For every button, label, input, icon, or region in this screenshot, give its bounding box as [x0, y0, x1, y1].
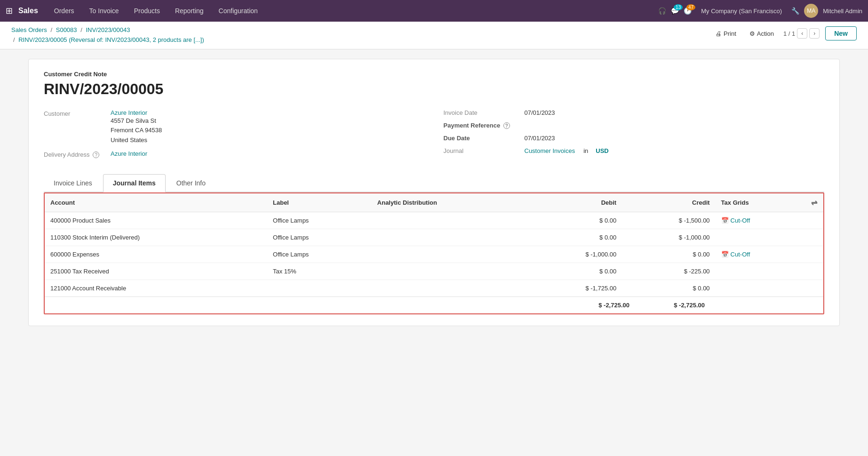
table-row[interactable]: 121000 Account Receivable $ -1,725.00 $ … [45, 280, 823, 297]
col-account: Account [45, 193, 267, 212]
journal-table: Account Label Analytic Distribution Debi… [45, 193, 823, 296]
cell-credit: $ -1,500.00 [622, 212, 715, 229]
cell-credit: $ -225.00 [622, 263, 715, 280]
journal-in: in [583, 147, 588, 154]
col-credit: Credit [622, 193, 715, 212]
cell-actions [804, 229, 823, 246]
column-settings-icon[interactable]: ⇌ [811, 199, 817, 207]
cell-debit: $ -1,725.00 [529, 280, 622, 297]
form-right: Invoice Date 07/01/2023 Payment Referenc… [444, 109, 825, 163]
gear-icon: ⚙ [749, 30, 755, 37]
cell-tax-grids: 📅 Cut-Off [716, 246, 804, 263]
sep3: / [13, 36, 16, 43]
tab-invoice-lines[interactable]: Invoice Lines [44, 174, 102, 192]
doc-title: RINV/2023/00005 [44, 80, 824, 98]
company-name[interactable]: My Company (San Francisco) [701, 8, 782, 15]
print-button[interactable]: 🖨 Print [712, 28, 740, 39]
cell-credit: $ 0.00 [622, 246, 715, 263]
col-label: Label [267, 193, 372, 212]
customer-name[interactable]: Azure Interior [111, 109, 162, 116]
main-content: Customer Credit Note RINV/2023/00005 Cus… [0, 49, 868, 456]
cell-analytic [372, 212, 529, 229]
nav-orders[interactable]: Orders [48, 4, 81, 17]
cell-debit: $ 0.00 [529, 229, 622, 246]
cell-actions [804, 246, 823, 263]
cell-credit: $ 0.00 [622, 280, 715, 297]
cell-debit: $ 0.00 [529, 212, 622, 229]
breadcrumb-bar: Sales Orders / S00083 / INV/2023/00043 /… [0, 22, 868, 49]
cell-label: Office Lamps [267, 212, 372, 229]
sep1: / [51, 26, 54, 33]
next-page-button[interactable]: › [809, 28, 820, 39]
journal-label: Journal [444, 147, 519, 154]
calendar-icon: 📅 [721, 251, 729, 258]
activity-button[interactable]: 🕐 47 [684, 7, 692, 15]
breadcrumb-current: / RINV/2023/00005 (Reversal of: INV/2023… [11, 35, 712, 45]
cell-account: 251000 Tax Received [45, 263, 267, 280]
action-button[interactable]: ⚙ Action [746, 28, 778, 39]
top-nav: ⊞ Sales Orders To Invoice Products Repor… [0, 0, 868, 22]
breadcrumb-inv[interactable]: INV/2023/00043 [86, 26, 130, 33]
cell-label: Office Lamps [267, 229, 372, 246]
chat-button[interactable]: 💬 13 [671, 7, 679, 15]
journal-value[interactable]: Customer Invoices [525, 147, 575, 154]
cell-tax-grids: 📅 Cut-Off [716, 212, 804, 229]
due-date-value: 07/01/2023 [525, 135, 555, 142]
cut-off-button[interactable]: 📅 Cut-Off [721, 251, 750, 258]
delivery-address-row: Delivery Address ? Azure Interior [44, 150, 425, 159]
user-name[interactable]: Mitchell Admin [823, 8, 862, 15]
app-name[interactable]: Sales [18, 7, 38, 15]
document-card: Customer Credit Note RINV/2023/00005 Cus… [28, 59, 840, 327]
table-header-row: Account Label Analytic Distribution Debi… [45, 193, 823, 212]
col-tax-grids: Tax Grids [716, 193, 804, 212]
new-button[interactable]: New [825, 26, 857, 40]
nav-products[interactable]: Products [127, 4, 167, 17]
delivery-help-icon: ? [93, 152, 99, 158]
tab-other-info[interactable]: Other Info [167, 174, 215, 192]
wrench-icon[interactable]: 🔧 [791, 7, 799, 15]
cell-actions [804, 212, 823, 229]
col-analytic: Analytic Distribution [372, 193, 529, 212]
breadcrumb-s00083[interactable]: S00083 [56, 26, 77, 33]
table-row[interactable]: 251000 Tax Received Tax 15% $ 0.00 $ -22… [45, 263, 823, 280]
invoice-date-value: 07/01/2023 [525, 109, 555, 116]
page-nav: 1 / 1 ‹ › [783, 28, 820, 39]
cell-tax-grids [716, 263, 804, 280]
cell-actions [804, 280, 823, 297]
breadcrumb-actions: 🖨 Print ⚙ Action 1 / 1 ‹ › New [712, 26, 857, 40]
cell-account: 600000 Expenses [45, 246, 267, 263]
payment-reference-label: Payment Reference ? [444, 122, 519, 129]
cell-account: 121000 Account Receivable [45, 280, 267, 297]
payment-help-icon: ? [503, 122, 510, 129]
table-row[interactable]: 400000 Product Sales Office Lamps $ 0.00… [45, 212, 823, 229]
totals-row: $ -2,725.00 $ -2,725.00 [45, 296, 823, 313]
cut-off-button[interactable]: 📅 Cut-Off [721, 217, 750, 224]
breadcrumb-sales-orders[interactable]: Sales Orders [11, 26, 47, 33]
app-grid-icon[interactable]: ⊞ [6, 6, 13, 16]
cell-account: 400000 Product Sales [45, 212, 267, 229]
breadcrumb-left: Sales Orders / S00083 / INV/2023/00043 /… [11, 25, 712, 45]
nav-reporting[interactable]: Reporting [168, 4, 210, 17]
doc-type-label: Customer Credit Note [44, 71, 824, 78]
due-date-row: Due Date 07/01/2023 [444, 135, 825, 142]
currency-value[interactable]: USD [596, 147, 608, 154]
cell-analytic [372, 263, 529, 280]
nav-to-invoice[interactable]: To Invoice [83, 4, 126, 17]
headset-icon: 🎧 [658, 7, 666, 15]
nav-configuration[interactable]: Configuration [212, 4, 264, 17]
col-settings: ⇌ [804, 193, 823, 212]
cell-tax-grids [716, 229, 804, 246]
table-row[interactable]: 110300 Stock Interim (Delivered) Office … [45, 229, 823, 246]
prev-page-button[interactable]: ‹ [797, 28, 807, 39]
tabs: Invoice Lines Journal Items Other Info [44, 174, 824, 192]
invoice-date-row: Invoice Date 07/01/2023 [444, 109, 825, 116]
table-row[interactable]: 600000 Expenses Office Lamps $ -1,000.00… [45, 246, 823, 263]
customer-label: Customer [44, 109, 105, 117]
tab-journal-items[interactable]: Journal Items [103, 174, 166, 192]
avatar[interactable]: MA [804, 4, 818, 18]
delivery-address-value[interactable]: Azure Interior [111, 150, 147, 157]
breadcrumb-current-text: RINV/2023/00005 (Reversal of: INV/2023/0… [18, 36, 204, 43]
headset-button[interactable]: 🎧 [658, 7, 666, 15]
cell-credit: $ -1,000.00 [622, 229, 715, 246]
cell-label: Office Lamps [267, 246, 372, 263]
